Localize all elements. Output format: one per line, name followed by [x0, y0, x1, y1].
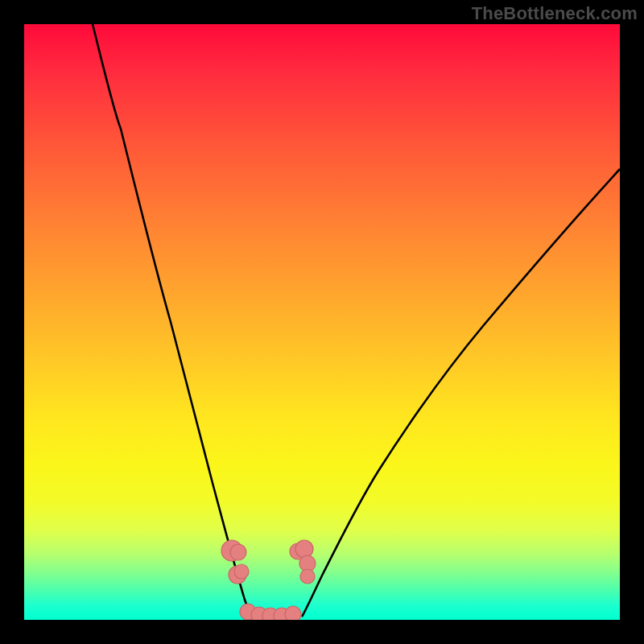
marker-dot — [300, 569, 315, 584]
plot-area — [24, 24, 620, 620]
marker-dot — [230, 544, 246, 560]
marker-dot — [295, 540, 313, 558]
chart-frame: TheBottleneck.com — [0, 0, 644, 644]
marker-cluster-right — [290, 540, 316, 584]
marker-dot — [234, 564, 249, 579]
curve-layer — [24, 24, 620, 620]
marker-dot — [285, 606, 301, 620]
curve-left — [93, 24, 253, 617]
marker-cluster-left — [221, 540, 249, 584]
marker-cluster-bottom — [240, 604, 301, 620]
watermark-text: TheBottleneck.com — [472, 3, 638, 24]
curve-right — [302, 169, 620, 617]
